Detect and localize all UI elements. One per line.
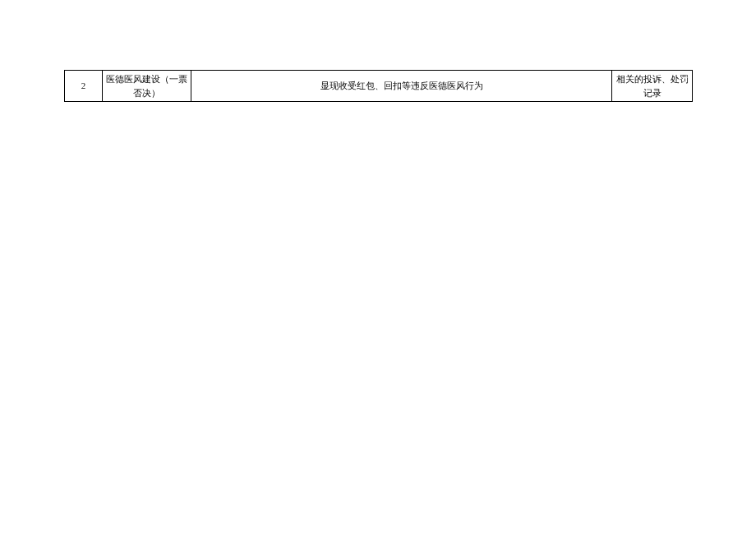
- evaluation-table: 2 医德医风建设（一票否决） 显现收受红包、回扣等违反医德医风行为 相关的投诉、…: [64, 70, 693, 102]
- document-table-container: 2 医德医风建设（一票否决） 显现收受红包、回扣等违反医德医风行为 相关的投诉、…: [64, 70, 692, 102]
- table-row: 2 医德医风建设（一票否决） 显现收受红包、回扣等违反医德医风行为 相关的投诉、…: [65, 71, 693, 102]
- cell-notes: 相关的投诉、处罚记录: [612, 71, 693, 102]
- cell-category: 医德医风建设（一票否决）: [103, 71, 191, 102]
- cell-index: 2: [65, 71, 103, 102]
- cell-description: 显现收受红包、回扣等违反医德医风行为: [191, 71, 612, 102]
